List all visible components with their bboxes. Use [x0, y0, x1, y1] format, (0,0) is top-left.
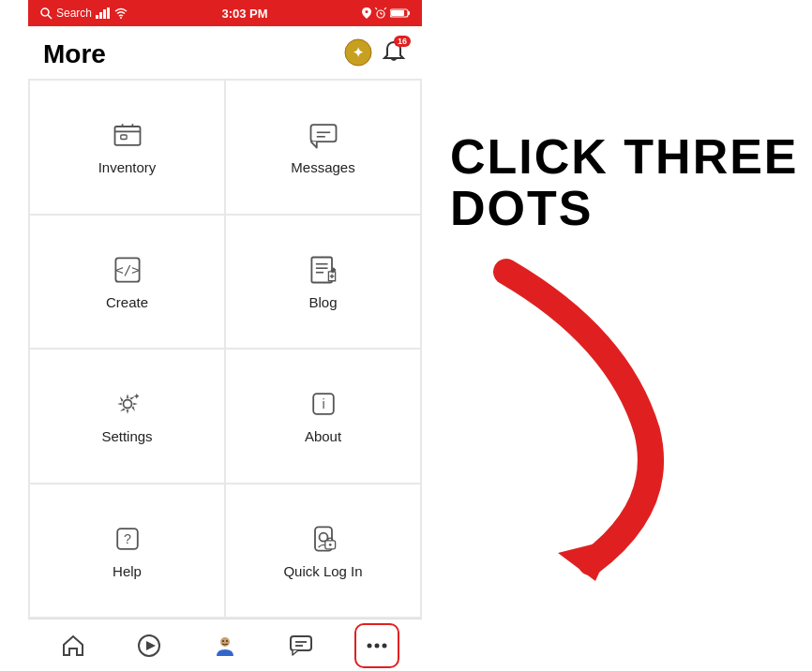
nav-chat[interactable]	[278, 623, 323, 668]
signal-icon	[96, 7, 111, 19]
about-label: About	[305, 428, 341, 444]
svg-point-7	[365, 10, 368, 13]
svg-rect-4	[103, 9, 106, 19]
help-label: Help	[113, 563, 142, 579]
arrow-svg	[431, 244, 806, 600]
blog-icon	[307, 253, 340, 287]
svg-text:?: ?	[123, 531, 130, 546]
notification-badge: 16	[394, 36, 411, 47]
svg-rect-18	[114, 127, 140, 145]
svg-point-6	[120, 17, 122, 19]
status-bar: Search 3:03 PM	[28, 0, 422, 26]
blog-label: Blog	[308, 294, 337, 310]
create-label: Create	[106, 294, 148, 310]
menu-item-messages[interactable]: Messages	[226, 81, 420, 214]
robux-icon: ✦	[343, 37, 373, 67]
settings-icon: ✦	[111, 387, 144, 421]
svg-rect-19	[120, 135, 126, 140]
menu-grid: Inventory Messages </> Create	[28, 79, 422, 619]
svg-line-1	[48, 15, 52, 19]
alarm-icon	[375, 7, 386, 19]
create-icon: </>	[111, 253, 144, 287]
header: More ✦ 16	[28, 26, 422, 79]
nav-play[interactable]	[127, 623, 172, 668]
search-icon	[39, 7, 53, 20]
svg-rect-15	[391, 10, 404, 16]
menu-item-inventory[interactable]: Inventory	[30, 81, 224, 214]
svg-line-12	[384, 7, 386, 9]
menu-item-help[interactable]: ? Help	[30, 485, 224, 618]
quicklogin-label: Quick Log In	[283, 563, 362, 579]
svg-rect-3	[99, 12, 102, 19]
svg-point-0	[41, 8, 49, 16]
svg-point-43	[226, 640, 228, 642]
bottom-nav	[28, 619, 422, 671]
three-dots-icon	[365, 634, 389, 658]
svg-rect-44	[291, 636, 311, 650]
menu-item-blog[interactable]: Blog	[226, 216, 420, 349]
status-bar-left: Search	[39, 7, 128, 20]
status-bar-search: Search	[56, 7, 92, 20]
status-bar-right	[362, 7, 411, 19]
location-icon	[362, 7, 371, 19]
messages-label: Messages	[291, 159, 354, 175]
annotation-area: CLICK THREEDOTS	[431, 56, 806, 637]
nav-home[interactable]	[51, 623, 96, 668]
svg-text:i: i	[322, 397, 324, 412]
messages-icon	[307, 118, 340, 152]
svg-line-11	[375, 7, 377, 9]
svg-marker-40	[146, 641, 156, 650]
settings-label: Settings	[101, 428, 152, 444]
about-icon: i	[307, 387, 340, 421]
nav-more[interactable]	[354, 623, 399, 668]
svg-text:✦: ✦	[133, 392, 141, 401]
avatar-icon	[213, 634, 237, 658]
svg-rect-2	[96, 15, 98, 19]
svg-rect-14	[408, 11, 410, 15]
page-title: More	[43, 39, 106, 69]
svg-point-48	[374, 643, 379, 648]
nav-avatar[interactable]	[203, 623, 248, 668]
status-time: 3:03 PM	[221, 7, 267, 21]
svg-rect-20	[310, 125, 336, 142]
inventory-label: Inventory	[98, 159, 157, 175]
svg-point-38	[328, 544, 331, 546]
menu-item-quicklogin[interactable]: Quick Log In	[226, 485, 420, 618]
svg-point-29	[123, 400, 131, 409]
robux-button[interactable]: ✦	[343, 37, 373, 71]
home-icon	[61, 634, 85, 658]
menu-item-about[interactable]: i About	[226, 350, 420, 483]
chat-icon	[289, 634, 313, 658]
inventory-icon	[111, 118, 144, 152]
quicklogin-icon	[307, 522, 340, 556]
help-icon: ?	[111, 522, 144, 556]
phone-frame: Search 3:03 PM	[28, 0, 422, 671]
svg-rect-5	[107, 7, 110, 19]
svg-text:</>: </>	[115, 262, 140, 277]
play-icon	[137, 634, 161, 658]
annotation-text: CLICK THREEDOTS	[450, 131, 799, 233]
notification-button[interactable]: 16	[381, 39, 407, 69]
battery-icon	[390, 7, 411, 19]
arrow-container	[431, 244, 806, 600]
menu-item-create[interactable]: </> Create	[30, 216, 224, 349]
menu-item-settings[interactable]: ✦ Settings	[30, 350, 224, 483]
app-content: More ✦ 16	[28, 26, 422, 671]
svg-point-42	[222, 640, 224, 642]
header-icons: ✦ 16	[343, 37, 407, 71]
svg-point-47	[367, 643, 371, 648]
svg-text:✦: ✦	[353, 45, 364, 60]
wifi-icon	[114, 7, 128, 19]
svg-point-49	[382, 643, 386, 648]
